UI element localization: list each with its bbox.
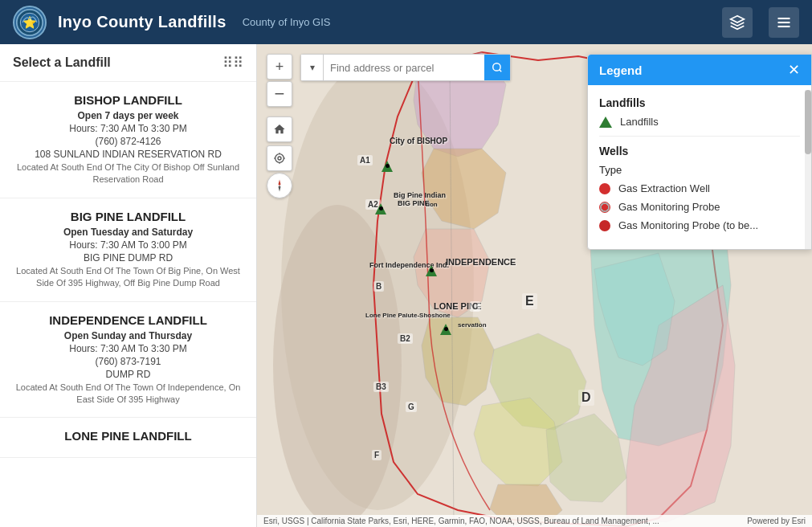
legend-wells-type: Type xyxy=(599,164,800,176)
landfill-name-lonepine: LONE PINE LANDFILL xyxy=(13,429,243,443)
legend-circle-gas-monitoring xyxy=(599,202,610,213)
landfill-address-independence: DUMP RD xyxy=(13,369,243,380)
svg-point-22 xyxy=(278,157,281,160)
search-bar: ▾ xyxy=(300,54,511,81)
app-title: Inyo County Landfills xyxy=(58,13,226,31)
landfill-phone-bishop: (760) 872-4126 xyxy=(13,136,243,147)
landfill-hours-bigpine: Hours: 7:30 AM To 3:00 PM xyxy=(13,239,243,251)
marker-independence xyxy=(426,265,437,276)
legend-panel: Legend ✕ Landfills Landfills Wells Type … xyxy=(587,54,812,250)
landfill-name-bigpine: BIG PINE LANDFILL xyxy=(13,210,243,223)
sidebar-title: Select a Landfill xyxy=(13,55,111,70)
legend-label-gas-monitoring: Gas Monitoring Probe xyxy=(618,201,720,213)
legend-close-button[interactable]: ✕ xyxy=(788,63,800,77)
landfill-name-bishop: BISHOP LANDFILL xyxy=(13,93,243,107)
search-input[interactable] xyxy=(324,55,484,80)
legend-triangle-icon xyxy=(599,116,612,128)
main-content: Select a Landfill ⠿⠿ BISHOP LANDFILL Ope… xyxy=(0,44,812,527)
landfill-schedule-independence: Open Sunday and Thursday xyxy=(13,330,243,341)
legend-body: Landfills Landfills Wells Type Gas Extra… xyxy=(588,85,811,249)
svg-line-31 xyxy=(500,70,502,72)
attribution-right: Powered by Esri xyxy=(747,517,806,525)
legend-title: Legend xyxy=(599,63,642,77)
landfill-directions-bishop: Located At South End Of The City Of Bish… xyxy=(13,161,243,186)
locate-button[interactable] xyxy=(267,145,292,171)
svg-point-9 xyxy=(273,205,402,526)
svg-text:⭐: ⭐ xyxy=(22,14,37,29)
landfill-directions-independence: Located At South End Of The Town Of Inde… xyxy=(13,382,243,406)
sidebar-header: Select a Landfill ⠿⠿ xyxy=(0,44,256,82)
app-logo: ⭐ xyxy=(13,6,47,39)
landfill-schedule-bigpine: Open Tuesday and Saturday xyxy=(13,227,243,238)
legend-header: Legend ✕ xyxy=(588,55,811,85)
legend-item-landfills: Landfills xyxy=(599,116,800,128)
legend-item-gas-monitoring-probe: Gas Monitoring Probe (to be... xyxy=(599,219,800,231)
landfill-hours-bishop: Hours: 7:30 AM To 3:30 PM xyxy=(13,123,243,134)
landfill-name-independence: INDEPENDENCE LANDFILL xyxy=(13,313,243,327)
landfill-hours-independence: Hours: 7:30 AM To 3:30 PM xyxy=(13,343,243,354)
landfill-address-bigpine: BIG PINE DUMP RD xyxy=(13,252,243,264)
legend-label-landfills: Landfills xyxy=(620,116,659,128)
legend-label-gas-extraction: Gas Extraction Well xyxy=(618,182,710,194)
attribution-left: Esri, USGS | California State Parks, Esr… xyxy=(263,517,659,525)
landfill-directions-bigpine: Located At South End Of The Town Of Big … xyxy=(13,265,243,290)
landfill-card-bigpine[interactable]: BIG PINE LANDFILL Open Tuesday and Satur… xyxy=(0,198,256,302)
svg-marker-29 xyxy=(279,186,281,192)
legend-circle-gas-extraction xyxy=(599,183,610,194)
svg-point-23 xyxy=(275,154,284,163)
legend-circle-gas-monitoring-probe xyxy=(599,220,610,231)
legend-section-wells: Wells xyxy=(599,145,800,157)
marker-bishop xyxy=(382,161,393,172)
home-button[interactable] xyxy=(267,116,292,142)
sidebar: Select a Landfill ⠿⠿ BISHOP LANDFILL Ope… xyxy=(0,44,257,527)
zoom-in-button[interactable]: + xyxy=(267,54,292,80)
map-area[interactable]: City of BISHOP Big Pine Indian BIG PINE … xyxy=(257,44,812,527)
landfill-card-bishop[interactable]: BISHOP LANDFILL Open 7 days per week Hou… xyxy=(0,82,256,198)
compass[interactable] xyxy=(267,173,292,198)
legend-item-gas-extraction: Gas Extraction Well xyxy=(599,182,800,194)
legend-divider-1 xyxy=(599,136,800,137)
landfill-card-lonepine[interactable]: LONE PINE LANDFILL xyxy=(0,418,256,458)
search-submit-button[interactable] xyxy=(484,55,510,80)
marker-lonepine xyxy=(440,324,451,335)
legend-section-landfills: Landfills xyxy=(599,96,800,109)
app-header: ⭐ Inyo County Landfills County of Inyo G… xyxy=(0,0,812,44)
map-attribution: Esri, USGS | California State Parks, Esr… xyxy=(257,515,812,527)
marker-bigpine xyxy=(375,203,386,214)
app-subtitle: County of Inyo GIS xyxy=(243,16,331,28)
grid-icon[interactable]: ⠿⠿ xyxy=(222,54,243,71)
landfill-address-bishop: 108 SUNLAND INDIAN RESERVATION RD xyxy=(13,149,243,160)
legend-scrollbar[interactable] xyxy=(805,90,811,249)
search-dropdown-button[interactable]: ▾ xyxy=(301,55,324,80)
legend-label-gas-monitoring-probe: Gas Monitoring Probe (to be... xyxy=(618,219,758,231)
svg-point-30 xyxy=(493,63,500,71)
layers-button[interactable] xyxy=(722,7,753,38)
landfill-schedule-bishop: Open 7 days per week xyxy=(13,110,243,121)
zoom-controls: + − xyxy=(267,54,292,107)
svg-marker-3 xyxy=(731,15,745,22)
svg-marker-28 xyxy=(279,180,281,186)
landfill-card-independence[interactable]: INDEPENDENCE LANDFILL Open Sunday and Th… xyxy=(0,302,256,419)
menu-button[interactable] xyxy=(769,7,799,38)
landfill-phone-independence: (760) 873-7191 xyxy=(13,356,243,367)
legend-scrollbar-thumb xyxy=(805,90,811,154)
legend-item-gas-monitoring: Gas Monitoring Probe xyxy=(599,201,800,213)
zoom-out-button[interactable]: − xyxy=(267,81,292,107)
